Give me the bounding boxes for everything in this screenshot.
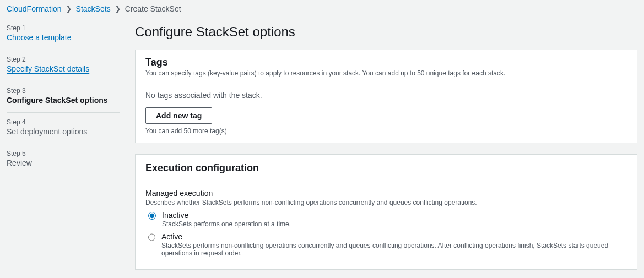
page-title: Configure StackSet options bbox=[135, 24, 637, 40]
radio-active-label: Active bbox=[161, 232, 182, 241]
wizard-step-title[interactable]: Choose a template bbox=[7, 33, 72, 42]
wizard-step-title: Set deployment options bbox=[7, 127, 120, 136]
chevron-right-icon: ❯ bbox=[115, 5, 121, 13]
wizard-step-num: Step 3 bbox=[7, 87, 120, 95]
radio-active[interactable] bbox=[148, 233, 155, 241]
wizard-step-num: Step 1 bbox=[7, 24, 120, 32]
radio-active-desc: StackSets performs non-conflicting opera… bbox=[161, 242, 627, 257]
wizard-step-title[interactable]: Specify StackSet details bbox=[7, 64, 89, 73]
wizard-step-2[interactable]: Step 2 Specify StackSet details bbox=[7, 56, 120, 81]
managed-execution-label: Managed execution bbox=[145, 189, 627, 198]
wizard-step-1[interactable]: Step 1 Choose a template bbox=[7, 24, 120, 50]
tags-desc: You can specify tags (key-value pairs) t… bbox=[145, 69, 627, 77]
wizard-step-3: Step 3 Configure StackSet options bbox=[7, 87, 120, 113]
breadcrumb-root-link[interactable]: CloudFormation bbox=[7, 4, 62, 13]
tags-hint: You can add 50 more tag(s) bbox=[145, 127, 627, 135]
managed-execution-option-active[interactable]: Active StackSets performs non-conflictin… bbox=[145, 232, 627, 257]
chevron-right-icon: ❯ bbox=[66, 5, 72, 13]
exec-config-title: Execution configuration bbox=[145, 162, 627, 174]
wizard-step-num: Step 5 bbox=[7, 150, 120, 157]
breadcrumb-current: Create StackSet bbox=[125, 4, 181, 13]
managed-execution-desc: Describes whether StackSets performs non… bbox=[145, 199, 627, 206]
wizard-step-num: Step 4 bbox=[7, 118, 120, 126]
wizard-step-4: Step 4 Set deployment options bbox=[7, 118, 120, 144]
radio-inactive-label: Inactive bbox=[162, 211, 188, 220]
managed-execution-option-inactive[interactable]: Inactive StackSets performs one operatio… bbox=[145, 211, 627, 228]
wizard-step-title: Review bbox=[7, 159, 120, 167]
add-new-tag-button[interactable]: Add new tag bbox=[145, 107, 212, 124]
tags-title: Tags bbox=[145, 57, 627, 68]
breadcrumb: CloudFormation ❯ StackSets ❯ Create Stac… bbox=[7, 4, 637, 13]
radio-inactive-desc: StackSets performs one operation at a ti… bbox=[162, 220, 291, 228]
wizard-step-title: Configure StackSet options bbox=[7, 96, 120, 105]
wizard-step-num: Step 2 bbox=[7, 56, 120, 63]
wizard-steps: Step 1 Choose a template Step 2 Specify … bbox=[7, 24, 120, 181]
execution-config-card: Execution configuration Managed executio… bbox=[135, 154, 637, 270]
wizard-step-5: Step 5 Review bbox=[7, 150, 120, 175]
breadcrumb-stacksets-link[interactable]: StackSets bbox=[76, 4, 111, 13]
tags-card: Tags You can specify tags (key-value pai… bbox=[135, 50, 637, 143]
radio-inactive[interactable] bbox=[148, 212, 156, 220]
tags-empty-text: No tags associated with the stack. bbox=[145, 91, 627, 100]
